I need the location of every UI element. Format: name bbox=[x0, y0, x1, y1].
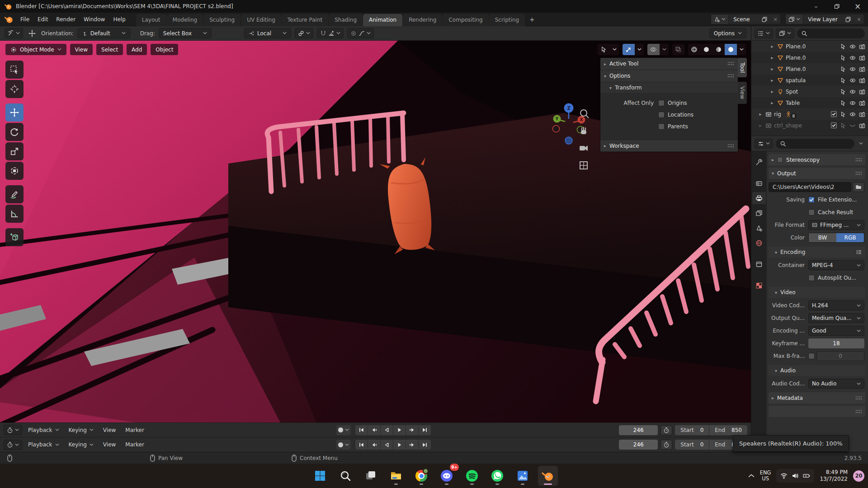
hide-eye-icon[interactable] bbox=[849, 55, 856, 61]
tab-render-properties[interactable] bbox=[752, 177, 766, 189]
checkbox-row-origins[interactable]: Origins bbox=[658, 98, 693, 108]
chevron-down-icon[interactable] bbox=[345, 443, 349, 446]
jump-to-start-button[interactable] bbox=[355, 440, 368, 450]
proportional-edit-group[interactable] bbox=[347, 28, 374, 38]
xray-toggle[interactable] bbox=[672, 44, 684, 55]
drag-dots-icon[interactable] bbox=[855, 409, 862, 414]
cache-result-checkbox[interactable] bbox=[808, 209, 815, 216]
outliner-item-spot[interactable]: ▸ Spot bbox=[751, 86, 868, 97]
parents-checkbox[interactable] bbox=[658, 123, 665, 130]
system-tray-group[interactable] bbox=[776, 469, 814, 483]
panel-partial-hidden[interactable] bbox=[769, 406, 865, 417]
render-camera-icon[interactable] bbox=[859, 43, 865, 50]
use-preview-range-button[interactable] bbox=[660, 440, 672, 450]
hide-eye-icon[interactable] bbox=[849, 77, 856, 84]
chevron-down-icon[interactable] bbox=[737, 44, 746, 55]
tab-modeling[interactable]: Modeling bbox=[167, 14, 203, 26]
tab-output-properties[interactable] bbox=[752, 192, 766, 204]
view-layer-copy-button[interactable] bbox=[842, 14, 854, 24]
clock-widget[interactable]: 8:49 PM 13/7/2022 bbox=[820, 469, 848, 483]
panel-encoding[interactable]: ▾ Encoding bbox=[769, 247, 865, 258]
snap-link-dropdown[interactable] bbox=[295, 28, 313, 38]
tab-object-properties[interactable] bbox=[752, 258, 766, 270]
chevron-down-icon[interactable] bbox=[635, 44, 644, 55]
locations-checkbox[interactable] bbox=[658, 112, 665, 118]
expand-arrow-icon[interactable]: ▸ bbox=[769, 100, 775, 105]
menu-window[interactable]: Window bbox=[80, 14, 109, 24]
view-layer-browse-button[interactable] bbox=[786, 14, 803, 24]
spotify-button[interactable] bbox=[462, 466, 482, 486]
menu-view[interactable]: View bbox=[99, 425, 119, 435]
output-path-field[interactable]: C:\Users\Acer\Videos\2 bbox=[769, 182, 851, 192]
shading-wireframe-button[interactable] bbox=[688, 44, 700, 55]
tool-select-box[interactable] bbox=[5, 61, 24, 79]
presets-icon[interactable] bbox=[856, 249, 862, 255]
video-codec-dropdown[interactable]: H.264 bbox=[808, 300, 864, 310]
file-format-dropdown[interactable]: FFmpeg ... bbox=[808, 220, 864, 230]
panel-active-tool[interactable]: ▸ Active Tool bbox=[600, 58, 738, 70]
render-camera-icon[interactable] bbox=[859, 111, 865, 117]
selectable-pointer-icon[interactable] bbox=[840, 43, 846, 50]
hide-eye-closed-icon[interactable] bbox=[849, 122, 856, 129]
chrome-button[interactable] bbox=[411, 466, 431, 486]
tool-transform[interactable] bbox=[5, 162, 24, 180]
transform-pivot-dropdown[interactable]: Local bbox=[244, 28, 291, 38]
blender-menu-icon[interactable] bbox=[5, 15, 14, 24]
selectable-pointer-icon[interactable] bbox=[840, 122, 846, 129]
menu-keying[interactable]: Keying bbox=[65, 440, 97, 450]
max-bframes-field[interactable]: 0 bbox=[816, 351, 864, 361]
outliner-item-spatula[interactable]: ▸ spatula bbox=[751, 75, 868, 86]
scene-name[interactable]: Scene bbox=[729, 16, 759, 23]
properties-search-input[interactable] bbox=[776, 139, 854, 149]
menu-playback[interactable]: Playback bbox=[24, 440, 63, 450]
drag-dots-icon[interactable] bbox=[727, 61, 734, 66]
task-view-button[interactable] bbox=[361, 466, 381, 486]
chevron-down-icon[interactable] bbox=[859, 142, 863, 145]
next-keyframe-button[interactable] bbox=[406, 440, 418, 450]
discord-button[interactable]: 9+ bbox=[437, 466, 457, 486]
jump-to-start-button[interactable] bbox=[355, 425, 368, 435]
jump-to-end-button[interactable] bbox=[419, 440, 431, 450]
expand-arrow-icon[interactable]: ▸ bbox=[769, 89, 775, 94]
hide-eye-icon[interactable] bbox=[849, 66, 856, 72]
active-tool-dropdown[interactable] bbox=[5, 28, 23, 38]
blender-taskbar-button[interactable] bbox=[538, 466, 558, 486]
tab-compositing[interactable]: Compositing bbox=[443, 14, 488, 26]
sidebar-tab-tool[interactable]: Tool bbox=[738, 58, 747, 77]
orientation-dropdown[interactable]: Default bbox=[77, 28, 130, 38]
properties-editor-type-dropdown[interactable] bbox=[755, 139, 773, 149]
minimize-button[interactable]: – bbox=[806, 0, 826, 13]
viewport-menu-object[interactable]: Object bbox=[151, 44, 178, 55]
overlays-toggle[interactable] bbox=[647, 44, 660, 55]
drag-dots-icon[interactable] bbox=[855, 158, 862, 162]
tab-layout[interactable]: Layout bbox=[136, 14, 166, 26]
selectable-pointer-icon[interactable] bbox=[840, 66, 846, 72]
outliner-item-table[interactable]: ▸ Table bbox=[751, 97, 868, 108]
viewport-3d[interactable]: Z Y X Object Mode bbox=[0, 41, 751, 422]
panel-transform[interactable]: ▾ Transform bbox=[600, 82, 738, 94]
shading-solid-button[interactable] bbox=[700, 44, 712, 55]
outliner-item-plane-2[interactable]: ▸ Plane.0 bbox=[751, 52, 868, 63]
max-bframes-checkbox[interactable] bbox=[808, 353, 815, 359]
timeline-editor-type-dropdown[interactable] bbox=[4, 425, 22, 435]
prev-keyframe-button[interactable] bbox=[368, 425, 380, 435]
tab-scene-properties[interactable] bbox=[752, 222, 766, 234]
color-rgb-button[interactable]: RGB bbox=[836, 233, 864, 242]
menu-marker[interactable]: Marker bbox=[122, 425, 147, 435]
drag-dropdown[interactable]: Select Box bbox=[159, 28, 212, 38]
hide-eye-icon[interactable] bbox=[849, 111, 856, 117]
file-explorer-button[interactable] bbox=[386, 466, 406, 486]
use-preview-range-button[interactable] bbox=[660, 425, 672, 435]
render-camera-icon[interactable] bbox=[859, 122, 865, 129]
outliner-filter-dropdown[interactable] bbox=[776, 28, 794, 38]
outliner-item-plane-3[interactable]: ▸ Plane.0 bbox=[751, 63, 868, 75]
photos-button[interactable] bbox=[513, 466, 533, 486]
expand-arrow-icon[interactable]: ▸ bbox=[769, 55, 775, 60]
tool-annotate[interactable] bbox=[5, 185, 24, 203]
chevron-down-icon[interactable] bbox=[345, 428, 349, 432]
panel-audio[interactable]: ▾ Audio bbox=[769, 365, 865, 376]
tool-move[interactable] bbox=[5, 103, 24, 122]
close-button[interactable]: × bbox=[847, 0, 868, 13]
tab-animation[interactable]: Animation bbox=[363, 14, 402, 26]
tab-tool-properties[interactable] bbox=[752, 156, 766, 168]
